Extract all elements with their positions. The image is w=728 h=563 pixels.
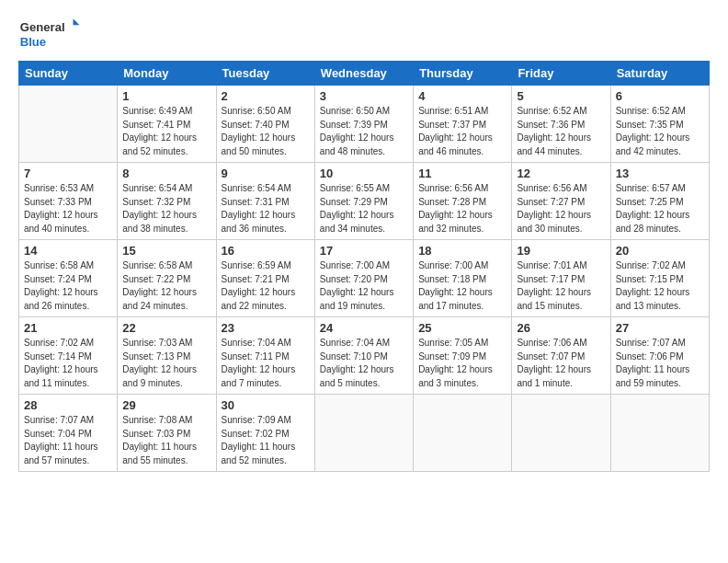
day-number: 14 bbox=[24, 244, 112, 258]
day-cell: 19Sunrise: 7:01 AMSunset: 7:17 PMDayligh… bbox=[512, 240, 610, 317]
week-row-4: 21Sunrise: 7:02 AMSunset: 7:14 PMDayligh… bbox=[19, 317, 710, 395]
day-cell: 18Sunrise: 7:00 AMSunset: 7:18 PMDayligh… bbox=[414, 240, 512, 317]
day-cell: 6Sunrise: 6:52 AMSunset: 7:35 PMDaylight… bbox=[610, 86, 709, 163]
day-cell: 7Sunrise: 6:53 AMSunset: 7:33 PMDaylight… bbox=[19, 163, 118, 240]
svg-marker-1 bbox=[74, 18, 80, 25]
day-info: Sunrise: 6:54 AMSunset: 7:32 PMDaylight:… bbox=[122, 182, 210, 236]
day-info: Sunrise: 6:58 AMSunset: 7:24 PMDaylight:… bbox=[24, 259, 112, 313]
week-row-5: 28Sunrise: 7:07 AMSunset: 7:04 PMDayligh… bbox=[19, 395, 710, 472]
day-info: Sunrise: 6:52 AMSunset: 7:36 PMDaylight:… bbox=[517, 105, 605, 158]
logo-svg: General Blue bbox=[18, 15, 83, 52]
day-cell: 10Sunrise: 6:55 AMSunset: 7:29 PMDayligh… bbox=[314, 163, 413, 240]
day-cell: 5Sunrise: 6:52 AMSunset: 7:36 PMDaylight… bbox=[512, 86, 610, 163]
day-cell: 26Sunrise: 7:06 AMSunset: 7:07 PMDayligh… bbox=[512, 317, 610, 395]
calendar: SundayMondayTuesdayWednesdayThursdayFrid… bbox=[18, 61, 710, 472]
day-info: Sunrise: 7:08 AMSunset: 7:03 PMDaylight:… bbox=[122, 414, 210, 467]
day-cell: 16Sunrise: 6:59 AMSunset: 7:21 PMDayligh… bbox=[216, 240, 314, 317]
day-info: Sunrise: 6:50 AMSunset: 7:39 PMDaylight:… bbox=[320, 105, 408, 158]
day-cell: 27Sunrise: 7:07 AMSunset: 7:06 PMDayligh… bbox=[610, 317, 709, 395]
week-row-2: 7Sunrise: 6:53 AMSunset: 7:33 PMDaylight… bbox=[19, 163, 710, 240]
day-cell: 30Sunrise: 7:09 AMSunset: 7:02 PMDayligh… bbox=[216, 395, 314, 472]
day-info: Sunrise: 7:05 AMSunset: 7:09 PMDaylight:… bbox=[418, 337, 506, 390]
week-row-3: 14Sunrise: 6:58 AMSunset: 7:24 PMDayligh… bbox=[19, 240, 710, 317]
day-info: Sunrise: 7:07 AMSunset: 7:04 PMDaylight:… bbox=[24, 414, 112, 467]
calendar-header-row: SundayMondayTuesdayWednesdayThursdayFrid… bbox=[19, 62, 710, 86]
day-cell: 23Sunrise: 7:04 AMSunset: 7:11 PMDayligh… bbox=[216, 317, 314, 395]
day-number: 24 bbox=[320, 321, 408, 335]
day-cell: 12Sunrise: 6:56 AMSunset: 7:27 PMDayligh… bbox=[512, 163, 610, 240]
day-cell: 11Sunrise: 6:56 AMSunset: 7:28 PMDayligh… bbox=[414, 163, 512, 240]
day-cell: 17Sunrise: 7:00 AMSunset: 7:20 PMDayligh… bbox=[314, 240, 413, 317]
col-header-saturday: Saturday bbox=[610, 62, 709, 86]
day-number: 7 bbox=[24, 167, 112, 180]
day-number: 19 bbox=[517, 244, 605, 258]
day-info: Sunrise: 6:53 AMSunset: 7:33 PMDaylight:… bbox=[24, 182, 112, 236]
day-info: Sunrise: 6:56 AMSunset: 7:28 PMDaylight:… bbox=[418, 182, 506, 236]
day-cell: 13Sunrise: 6:57 AMSunset: 7:25 PMDayligh… bbox=[610, 163, 709, 240]
day-number: 29 bbox=[122, 398, 210, 412]
day-number: 22 bbox=[122, 321, 210, 335]
day-number: 16 bbox=[222, 244, 310, 258]
day-number: 12 bbox=[517, 167, 605, 180]
day-cell bbox=[414, 395, 512, 472]
day-info: Sunrise: 6:52 AMSunset: 7:35 PMDaylight:… bbox=[616, 105, 704, 158]
day-info: Sunrise: 7:00 AMSunset: 7:18 PMDaylight:… bbox=[418, 259, 506, 313]
day-info: Sunrise: 7:03 AMSunset: 7:13 PMDaylight:… bbox=[122, 337, 210, 390]
col-header-wednesday: Wednesday bbox=[314, 62, 413, 86]
day-number: 10 bbox=[320, 167, 408, 180]
day-cell: 20Sunrise: 7:02 AMSunset: 7:15 PMDayligh… bbox=[610, 240, 709, 317]
day-cell: 4Sunrise: 6:51 AMSunset: 7:37 PMDaylight… bbox=[414, 86, 512, 163]
day-number: 8 bbox=[122, 167, 210, 180]
day-cell: 29Sunrise: 7:08 AMSunset: 7:03 PMDayligh… bbox=[118, 395, 216, 472]
day-number: 4 bbox=[418, 89, 506, 103]
day-number: 20 bbox=[616, 244, 704, 258]
day-cell: 22Sunrise: 7:03 AMSunset: 7:13 PMDayligh… bbox=[118, 317, 216, 395]
day-number: 13 bbox=[616, 167, 704, 180]
day-info: Sunrise: 7:04 AMSunset: 7:11 PMDaylight:… bbox=[222, 337, 310, 390]
day-info: Sunrise: 7:04 AMSunset: 7:10 PMDaylight:… bbox=[320, 337, 408, 390]
col-header-sunday: Sunday bbox=[19, 62, 118, 86]
day-info: Sunrise: 6:59 AMSunset: 7:21 PMDaylight:… bbox=[222, 259, 310, 313]
day-info: Sunrise: 6:54 AMSunset: 7:31 PMDaylight:… bbox=[222, 182, 310, 236]
day-info: Sunrise: 7:02 AMSunset: 7:15 PMDaylight:… bbox=[616, 259, 704, 313]
day-info: Sunrise: 6:55 AMSunset: 7:29 PMDaylight:… bbox=[320, 182, 408, 236]
day-cell: 25Sunrise: 7:05 AMSunset: 7:09 PMDayligh… bbox=[414, 317, 512, 395]
day-number: 25 bbox=[418, 321, 506, 335]
day-cell: 1Sunrise: 6:49 AMSunset: 7:41 PMDaylight… bbox=[118, 86, 216, 163]
header: General Blue bbox=[18, 15, 710, 52]
day-info: Sunrise: 7:01 AMSunset: 7:17 PMDaylight:… bbox=[517, 259, 605, 313]
col-header-monday: Monday bbox=[118, 62, 216, 86]
col-header-tuesday: Tuesday bbox=[216, 62, 314, 86]
day-cell: 14Sunrise: 6:58 AMSunset: 7:24 PMDayligh… bbox=[19, 240, 118, 317]
day-number: 23 bbox=[222, 321, 310, 335]
col-header-thursday: Thursday bbox=[414, 62, 512, 86]
day-number: 18 bbox=[418, 244, 506, 258]
day-number: 9 bbox=[222, 167, 310, 180]
day-cell: 28Sunrise: 7:07 AMSunset: 7:04 PMDayligh… bbox=[19, 395, 118, 472]
day-info: Sunrise: 7:06 AMSunset: 7:07 PMDaylight:… bbox=[517, 337, 605, 390]
day-cell: 8Sunrise: 6:54 AMSunset: 7:32 PMDaylight… bbox=[118, 163, 216, 240]
day-number: 2 bbox=[222, 89, 310, 103]
svg-text:General: General bbox=[20, 20, 65, 34]
day-cell: 3Sunrise: 6:50 AMSunset: 7:39 PMDaylight… bbox=[314, 86, 413, 163]
day-number: 3 bbox=[320, 89, 408, 103]
day-info: Sunrise: 6:58 AMSunset: 7:22 PMDaylight:… bbox=[122, 259, 210, 313]
day-cell: 24Sunrise: 7:04 AMSunset: 7:10 PMDayligh… bbox=[314, 317, 413, 395]
day-number: 17 bbox=[320, 244, 408, 258]
day-cell bbox=[512, 395, 610, 472]
svg-text:Blue: Blue bbox=[20, 35, 46, 49]
day-info: Sunrise: 7:07 AMSunset: 7:06 PMDaylight:… bbox=[616, 337, 704, 390]
page: General Blue SundayMondayTuesdayWednesda… bbox=[0, 0, 728, 487]
day-cell bbox=[19, 86, 118, 163]
day-cell: 21Sunrise: 7:02 AMSunset: 7:14 PMDayligh… bbox=[19, 317, 118, 395]
day-info: Sunrise: 7:09 AMSunset: 7:02 PMDaylight:… bbox=[222, 414, 310, 467]
day-cell bbox=[610, 395, 709, 472]
day-number: 1 bbox=[122, 89, 210, 103]
day-info: Sunrise: 6:51 AMSunset: 7:37 PMDaylight:… bbox=[418, 105, 506, 158]
day-cell bbox=[314, 395, 413, 472]
day-cell: 2Sunrise: 6:50 AMSunset: 7:40 PMDaylight… bbox=[216, 86, 314, 163]
day-number: 30 bbox=[222, 398, 310, 412]
day-number: 26 bbox=[517, 321, 605, 335]
day-number: 21 bbox=[24, 321, 112, 335]
day-number: 5 bbox=[517, 89, 605, 103]
